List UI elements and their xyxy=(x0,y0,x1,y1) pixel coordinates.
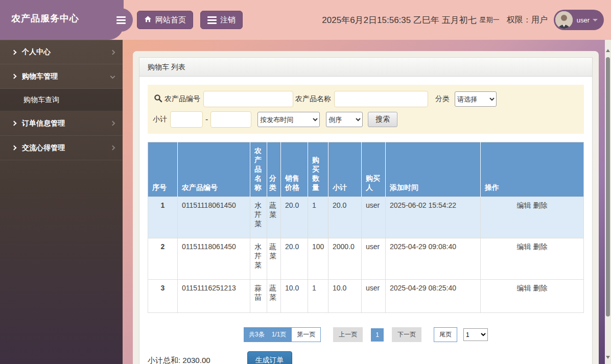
page-title: 购物车 列表 xyxy=(139,58,592,77)
sort-field-select[interactable]: 按发布时间 xyxy=(257,112,320,127)
cell-product-name: 水芹菜 xyxy=(250,197,267,238)
sidebar-item-4[interactable]: 交流心得管理 xyxy=(0,136,123,160)
sidebar-item-1[interactable]: 购物车管理 xyxy=(0,64,123,89)
table-row: 101151118061450水芹菜蔬菜20.0120.0user2025-06… xyxy=(148,197,584,238)
product-name-label: 农产品名称 xyxy=(295,94,331,104)
chevron-right-icon xyxy=(110,145,115,151)
product-name-input[interactable] xyxy=(334,91,428,107)
scroll-down-arrow-icon[interactable] xyxy=(606,356,610,359)
cell-quantity: 1 xyxy=(308,197,328,238)
next-page-button[interactable]: 下一页 xyxy=(392,327,421,342)
chevron-right-icon xyxy=(12,145,17,151)
user-menu[interactable]: user xyxy=(554,10,604,30)
cell-category: 蔬菜 xyxy=(267,197,281,238)
hamburger-icon xyxy=(116,16,126,24)
cell-subtotal: 2000.0 xyxy=(328,238,362,280)
table-header-cell: 序号 xyxy=(148,142,178,197)
cell-product-no: 01151118061450 xyxy=(178,197,250,238)
edit-link[interactable]: 编辑 xyxy=(517,201,531,209)
logout-button[interactable]: 注销 xyxy=(200,11,243,29)
delete-link[interactable]: 删除 xyxy=(533,284,548,292)
subtotal-max-input[interactable] xyxy=(210,111,251,128)
category-label: 分类 xyxy=(435,94,450,104)
pagination: 共3条1/1页 第一页 上一页 1 下一页 尾页 1 xyxy=(148,327,584,342)
app-logo-block: 农产品服务中心 xyxy=(0,0,124,40)
cell-added-time: 2025-04-29 09:08:40 xyxy=(386,238,481,280)
pagination-summary: 共3条1/1页 xyxy=(244,327,291,342)
last-page-button[interactable]: 尾页 xyxy=(434,327,457,342)
chevron-right-icon xyxy=(12,74,17,79)
scrollbar-thumb[interactable] xyxy=(606,57,610,317)
cell-actions: 编辑删除 xyxy=(481,197,584,238)
subtotal-label: 小计 xyxy=(153,115,167,124)
table-header-cell: 农产品编号 xyxy=(178,142,250,197)
cell-product-no: 01151118061450 xyxy=(178,238,250,280)
search-button[interactable]: 搜索 xyxy=(368,112,397,127)
scroll-up-arrow-icon[interactable] xyxy=(606,49,610,52)
cell-index: 3 xyxy=(148,280,178,313)
current-page-button[interactable]: 1 xyxy=(371,328,384,342)
content-panel: 购物车 列表 农产品编号 农产品名称 分类 请选择 xyxy=(133,51,599,364)
page-number-select[interactable]: 1 xyxy=(463,328,488,341)
list-icon xyxy=(207,16,217,24)
cell-quantity: 100 xyxy=(308,238,328,280)
delete-link[interactable]: 删除 xyxy=(533,201,548,209)
delete-link[interactable]: 删除 xyxy=(533,242,548,251)
search-icon xyxy=(154,94,162,105)
generate-order-button[interactable]: 生成订单 xyxy=(247,351,292,364)
category-select[interactable]: 请选择 xyxy=(455,91,497,107)
cell-quantity: 1 xyxy=(308,280,328,313)
cart-footer: 小计总和: 2030.00 生成订单 xyxy=(148,351,584,364)
table-row: 201151118061450水芹菜蔬菜20.01002000.0user202… xyxy=(148,238,584,280)
sidebar-toggle-button[interactable] xyxy=(109,8,133,32)
sidebar-item-2[interactable]: 购物车查询 xyxy=(0,89,123,111)
edit-link[interactable]: 编辑 xyxy=(517,242,531,251)
table-row: 301151116251213蒜苗蔬菜10.0110.0user2025-04-… xyxy=(148,280,584,313)
edit-link[interactable]: 编辑 xyxy=(517,284,531,292)
avatar xyxy=(555,11,573,29)
cell-actions: 编辑删除 xyxy=(481,238,584,280)
home-icon xyxy=(144,15,152,25)
cell-price: 20.0 xyxy=(281,197,308,238)
cell-price: 20.0 xyxy=(281,238,308,280)
home-button-label: 网站首页 xyxy=(155,15,186,25)
table-header-cell: 操作 xyxy=(481,142,584,197)
chevron-down-icon xyxy=(593,19,598,21)
cart-list-card: 购物车 列表 农产品编号 农产品名称 分类 请选择 xyxy=(139,57,593,364)
table-header-cell: 添加时间 xyxy=(386,142,481,197)
prev-page-button[interactable]: 上一页 xyxy=(333,327,363,342)
subtotal-min-input[interactable] xyxy=(170,111,203,128)
table-body: 101151118061450水芹菜蔬菜20.0120.0user2025-06… xyxy=(148,197,584,313)
chevron-right-icon xyxy=(110,121,115,126)
weekday-text: 星期一 xyxy=(480,15,500,25)
cell-buyer: user xyxy=(362,280,386,313)
permission-text: 权限：用户 xyxy=(507,15,548,26)
cell-added-time: 2025-04-29 08:25:40 xyxy=(386,280,481,313)
first-page-button[interactable]: 第一页 xyxy=(291,327,321,342)
logout-button-label: 注销 xyxy=(220,15,236,25)
cell-category: 蔬菜 xyxy=(267,280,281,313)
cell-actions: 编辑删除 xyxy=(481,280,584,313)
home-button[interactable]: 网站首页 xyxy=(137,11,193,29)
subtotal-sum-value: 2030.00 xyxy=(182,356,210,364)
username-label: user xyxy=(577,16,590,24)
cell-index: 2 xyxy=(148,238,178,280)
sidebar-item-0[interactable]: 个人中心 xyxy=(0,40,123,64)
table-header-cell: 分类 xyxy=(267,142,281,197)
table-header-row: 序号农产品编号农产品名称分类销售价格购买数量小计购买人添加时间操作 xyxy=(148,142,584,197)
cell-category: 蔬菜 xyxy=(267,238,281,280)
cell-buyer: user xyxy=(362,197,386,238)
product-no-input[interactable] xyxy=(203,91,293,107)
cart-table: 序号农产品编号农产品名称分类销售价格购买数量小计购买人添加时间操作 101151… xyxy=(148,142,584,313)
sort-order-select[interactable]: 倒序 xyxy=(326,112,363,127)
chevron-right-icon xyxy=(110,50,115,55)
vertical-scrollbar xyxy=(605,40,611,364)
main-area: 购物车 列表 农产品编号 农产品名称 分类 请选择 xyxy=(123,40,611,364)
table-header-cell: 购买数量 xyxy=(308,142,328,197)
sidebar-item-3[interactable]: 订单信息管理 xyxy=(0,111,123,136)
table-header-cell: 农产品名称 xyxy=(250,142,267,197)
cell-product-no: 01151116251213 xyxy=(178,280,250,313)
app-title: 农产品服务中心 xyxy=(11,12,79,25)
cell-added-time: 2025-06-02 15:54:22 xyxy=(386,197,481,238)
chevron-right-icon xyxy=(12,50,17,55)
